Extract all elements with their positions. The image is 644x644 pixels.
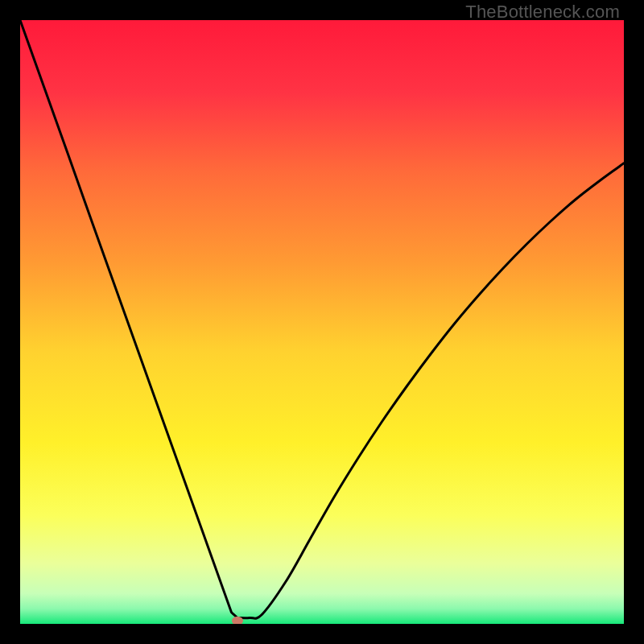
chart-plot	[20, 20, 624, 624]
chart-background	[20, 20, 624, 624]
chart-frame	[20, 20, 624, 624]
